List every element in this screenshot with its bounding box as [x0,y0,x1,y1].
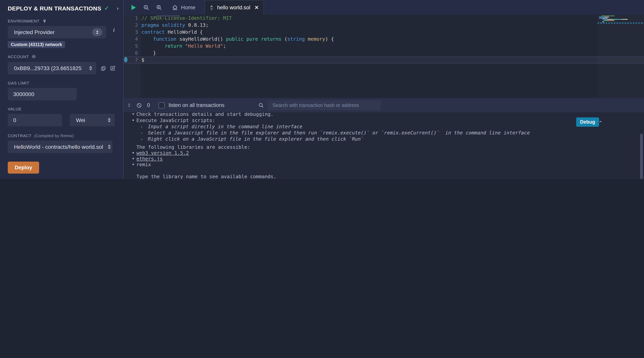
code-text: $ [138,56,144,64]
account-select[interactable]: 0xBB9...29733 (23.6651825 [8,62,96,74]
code-line[interactable]: 4 function sayHelloWorld() public pure r… [123,36,644,42]
code-text: // SPDX-License-Identifier: MIT [138,15,232,22]
tab-hello-world-sol[interactable]: hello world.sol ✕ [205,0,264,15]
terminal-line: - Right click on a JavaScript file in th… [132,136,530,142]
code-line[interactable]: 1// SPDX-License-Identifier: MIT [123,15,644,22]
terminal-output[interactable]: •Check transactions details and start de… [123,112,644,179]
terminal-line: •Execute JavaScript scripts: [132,118,530,124]
code-line[interactable]: 6 } [123,50,644,56]
code-text: } [138,50,156,56]
environment-value: Injected Provider [14,29,89,35]
terminal-line: - Input a script directly in the command… [132,124,530,130]
terminal-line: •remix [132,162,250,168]
code-editor[interactable]: 1// SPDX-License-Identifier: MIT2pragma … [123,15,644,98]
tab-home[interactable]: Home [172,4,196,10]
compiled-check-icon: ✓ [104,5,117,11]
value-unit: Wei [76,117,106,123]
network-badge: Custom (43113) network [8,41,65,48]
editor-tab-bar: Home hello world.sol ✕ [123,0,644,15]
page-title: DEPLOY & RUN TRANSACTIONS [8,5,101,12]
select-stepper-icon [108,144,111,149]
terminal-scrollbar-thumb[interactable] [640,134,643,179]
code-text: contract HelloWorld { [138,29,203,36]
line-number[interactable]: 6 [123,50,138,56]
editor-minimap[interactable] [598,15,644,98]
collapse-terminal-icon[interactable]: ›› [129,103,130,107]
line-number[interactable]: 4 [123,36,138,42]
select-stepper-icon [108,118,111,122]
edit-account-icon[interactable] [110,66,116,71]
zoom-out-icon[interactable] [143,4,149,10]
line-number[interactable]: 2 [123,22,138,29]
account-label: ACCOUNT ⊕ [8,54,116,59]
code-lines: 1// SPDX-License-Identifier: MIT2pragma … [123,15,644,64]
deploy-run-panel: DEPLOY & RUN TRANSACTIONS ✓ › ENVIRONMEN… [0,0,124,179]
library-name: remix [136,162,151,168]
terminal-intro-lines: •Check transactions details and start de… [132,111,530,142]
editor-hscrollbar[interactable] [156,15,180,17]
listen-transactions-checkbox[interactable] [158,102,165,108]
terminal-toolbar: ›› 0 listen on all transactions [123,98,644,112]
contract-select[interactable]: HelloWorld - contracts/hello world.sol [8,141,112,153]
contract-sublabel: (Compiled by Remix) [34,133,74,138]
library-link[interactable]: web3 version 1.5.2 [136,150,189,156]
zoom-in-icon[interactable] [156,4,162,10]
home-icon [172,4,178,10]
select-stepper-icon [92,28,102,36]
deploy-button[interactable]: Deploy [8,162,39,174]
line-number[interactable]: 3 [123,29,138,36]
terminal-search-input[interactable] [268,100,381,110]
value-unit-select[interactable]: Wei [70,114,115,126]
plug-icon [42,18,47,23]
terminal-libraries: The following libraries are accessible: … [132,144,250,168]
terminal-line: •ethers.js [132,156,250,162]
panel-collapse-chevron-icon[interactable]: › [117,5,118,11]
environment-info-icon[interactable]: i [113,27,115,33]
line-number[interactable]: 5 [123,42,138,50]
solidity-file-icon [210,5,214,10]
tab-label: hello world.sol [217,5,250,10]
pending-tx-count: 0 [147,102,150,108]
code-text: function sayHelloWorld() public pure ret… [138,36,334,42]
code-line[interactable]: 3contract HelloWorld { [123,29,644,36]
environment-select[interactable]: Injected Provider [8,26,106,38]
collapse-tx-chevron-icon[interactable]: › [597,120,603,124]
minimap-current-line [598,22,644,24]
remix-ide-window: DEPLOY & RUN TRANSACTIONS ✓ › ENVIRONMEN… [0,0,644,179]
contract-value: HelloWorld - contracts/hello world.sol [14,144,106,150]
select-stepper-icon [89,66,92,70]
terminal-line: •web3 version 1.5.2 [132,150,250,156]
code-line[interactable]: 7$ [123,56,644,64]
copy-account-icon[interactable] [101,66,106,71]
clear-console-icon[interactable] [136,102,142,108]
panel-header: DEPLOY & RUN TRANSACTIONS ✓ › [0,0,123,16]
value-label: VALUE [8,106,116,111]
code-text: return "Hello World"; [138,42,226,50]
contract-label: CONTRACT (Compiled by Remix) [8,133,116,138]
debug-button[interactable]: Debug [576,118,599,127]
library-link[interactable]: ethers.js [136,156,162,162]
listen-transactions-label: listen on all transactions [168,102,224,108]
line-number[interactable]: 7 [123,56,138,64]
terminal-line: - Select a Javascript file in the file e… [132,130,530,136]
terminal-hint-lines: Type the library name to see available c… [136,174,276,179]
search-icon [259,102,264,108]
code-line[interactable]: 2pragma solidity 0.8.13; [123,22,644,29]
run-script-play-icon[interactable] [131,4,136,10]
gas-limit-label: GAS LIMIT [8,80,116,85]
account-value: 0xBB9...29733 (23.6651825 [14,65,87,71]
add-account-icon[interactable]: ⊕ [32,54,36,59]
environment-label: ENVIRONMENT [8,18,116,23]
code-line[interactable]: 5 return "Hello World"; [123,42,644,50]
library-hint: Type the library name to see available c… [136,174,276,179]
close-tab-icon[interactable]: ✕ [254,5,259,10]
code-text: pragma solidity 0.8.13; [138,22,208,29]
gas-limit-input[interactable] [8,88,77,100]
line-number[interactable]: 1 [123,15,138,22]
value-input[interactable] [8,114,62,126]
libraries-heading: The following libraries are accessible: [136,144,250,150]
